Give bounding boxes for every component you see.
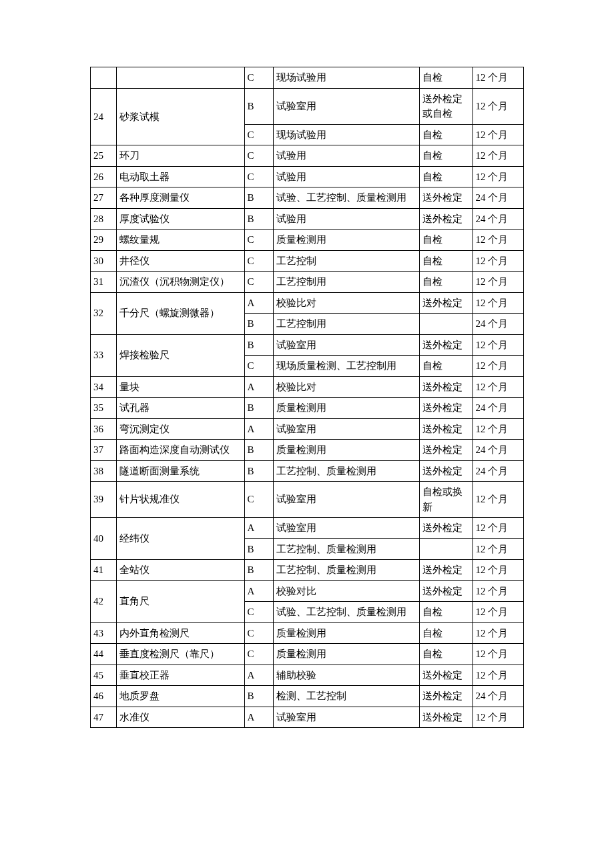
table-row: 27各种厚度测量仪B试验、工艺控制、质量检测用送外检定24 个月 [91, 187, 524, 209]
period: 12 个月 [473, 230, 524, 251]
equipment-name: 电动取土器 [117, 166, 244, 187]
grade: C [244, 602, 274, 623]
grade: C [244, 622, 274, 644]
equipment-name: 经纬仪 [117, 518, 244, 560]
row-number: 40 [91, 518, 117, 560]
table-body: C现场试验用自检12 个月24砂浆试模B试验室用送外检定或自检12 个月C现场试… [91, 67, 524, 728]
grade: A [244, 665, 274, 686]
table-row: 25环刀C试验用自检12 个月 [91, 145, 524, 167]
table-row: 47水准仪A试验室用送外检定12 个月 [91, 707, 524, 728]
row-number: 46 [91, 686, 117, 707]
table-row: 31沉渣仪（沉积物测定仪）C工艺控制用自检12 个月 [91, 272, 524, 293]
usage: 试验用 [274, 145, 420, 167]
table-row: 29螺纹量规C质量检测用自检12 个月 [91, 230, 524, 251]
row-number: 36 [91, 418, 117, 440]
table-row: 44垂直度检测尺（靠尺）C质量检测用自检12 个月 [91, 644, 524, 665]
usage: 质量检测用 [274, 398, 420, 419]
table-row: 28厚度试验仪B试验用送外检定24 个月 [91, 208, 524, 230]
equipment-name: 地质罗盘 [117, 686, 244, 707]
equipment-name: 全站仪 [117, 560, 244, 581]
grade: B [244, 686, 274, 707]
period: 12 个月 [473, 145, 524, 167]
equipment-name: 砂浆试模 [117, 88, 244, 145]
check-method: 自检 [419, 67, 473, 89]
check-method: 送外检定 [419, 686, 473, 707]
period: 12 个月 [473, 538, 524, 560]
check-method: 自检 [419, 250, 473, 272]
usage: 试验室用 [274, 88, 420, 124]
usage: 质量检测用 [274, 644, 420, 665]
usage: 校验对比 [274, 580, 420, 602]
usage: 质量检测用 [274, 440, 420, 461]
row-number: 30 [91, 250, 117, 272]
equipment-name: 千分尺（螺旋测微器） [117, 292, 244, 334]
grade: B [244, 187, 274, 209]
row-number: 44 [91, 644, 117, 665]
grade: B [244, 88, 274, 124]
period: 24 个月 [473, 398, 524, 419]
equipment-name: 垂直度检测尺（靠尺） [117, 644, 244, 665]
equipment-name: 垂直校正器 [117, 665, 244, 686]
check-method: 送外检定 [419, 208, 473, 230]
row-number: 41 [91, 560, 117, 581]
row-number: 35 [91, 398, 117, 419]
equipment-name [117, 67, 244, 89]
table-row: 42直角尺A校验对比送外检定12 个月 [91, 580, 524, 602]
usage: 试验、工艺控制、质量检测用 [274, 187, 420, 209]
table-row: 36弯沉测定仪A试验室用送外检定12 个月 [91, 418, 524, 440]
table-row: 40经纬仪A试验室用送外检定12 个月 [91, 518, 524, 539]
grade: A [244, 580, 274, 602]
equipment-name: 针片状规准仪 [117, 482, 244, 518]
table-row: 37路面构造深度自动测试仪B质量检测用送外检定24 个月 [91, 440, 524, 461]
row-number: 43 [91, 622, 117, 644]
period: 12 个月 [473, 334, 524, 356]
equipment-name: 内外直角检测尺 [117, 622, 244, 644]
period: 12 个月 [473, 88, 524, 124]
row-number: 25 [91, 145, 117, 167]
equipment-name: 焊接检验尺 [117, 334, 244, 376]
period: 12 个月 [473, 418, 524, 440]
table-row: 39针片状规准仪C试验室用自检或换新12 个月 [91, 482, 524, 518]
grade: B [244, 560, 274, 581]
period: 12 个月 [473, 482, 524, 518]
row-number: 32 [91, 292, 117, 334]
usage: 工艺控制 [274, 250, 420, 272]
check-method: 自检 [419, 166, 473, 187]
check-method: 自检 [419, 124, 473, 145]
check-method: 自检 [419, 356, 473, 377]
period: 12 个月 [473, 292, 524, 314]
equipment-name: 厚度试验仪 [117, 208, 244, 230]
row-number: 45 [91, 665, 117, 686]
table-row: 34量块A校验比对送外检定12 个月 [91, 376, 524, 398]
usage: 试验室用 [274, 334, 420, 356]
period: 24 个月 [473, 440, 524, 461]
grade: A [244, 292, 274, 314]
period: 12 个月 [473, 272, 524, 293]
table-row: 38隧道断面测量系统B工艺控制、质量检测用送外检定24 个月 [91, 460, 524, 482]
check-method: 送外检定 [419, 418, 473, 440]
period: 12 个月 [473, 665, 524, 686]
equipment-name: 直角尺 [117, 580, 244, 622]
check-method: 送外检定 [419, 398, 473, 419]
row-number: 39 [91, 482, 117, 518]
check-method: 送外检定 [419, 460, 473, 482]
table-row: 45垂直校正器A辅助校验送外检定12 个月 [91, 665, 524, 686]
grade: B [244, 460, 274, 482]
usage: 质量检测用 [274, 230, 420, 251]
table-row: C现场试验用自检12 个月 [91, 67, 524, 89]
table-row: 41全站仪B工艺控制、质量检测用送外检定12 个月 [91, 560, 524, 581]
equipment-table: C现场试验用自检12 个月24砂浆试模B试验室用送外检定或自检12 个月C现场试… [90, 67, 524, 728]
table-row: 24砂浆试模B试验室用送外检定或自检12 个月 [91, 88, 524, 124]
check-method [419, 538, 473, 560]
period: 12 个月 [473, 518, 524, 539]
row-number: 27 [91, 187, 117, 209]
period: 24 个月 [473, 208, 524, 230]
grade: C [244, 356, 274, 377]
grade: C [244, 124, 274, 145]
usage: 工艺控制用 [274, 272, 420, 293]
check-method: 自检或换新 [419, 482, 473, 518]
check-method: 送外检定 [419, 707, 473, 728]
grade: B [244, 398, 274, 419]
period: 24 个月 [473, 187, 524, 209]
grade: C [244, 482, 274, 518]
